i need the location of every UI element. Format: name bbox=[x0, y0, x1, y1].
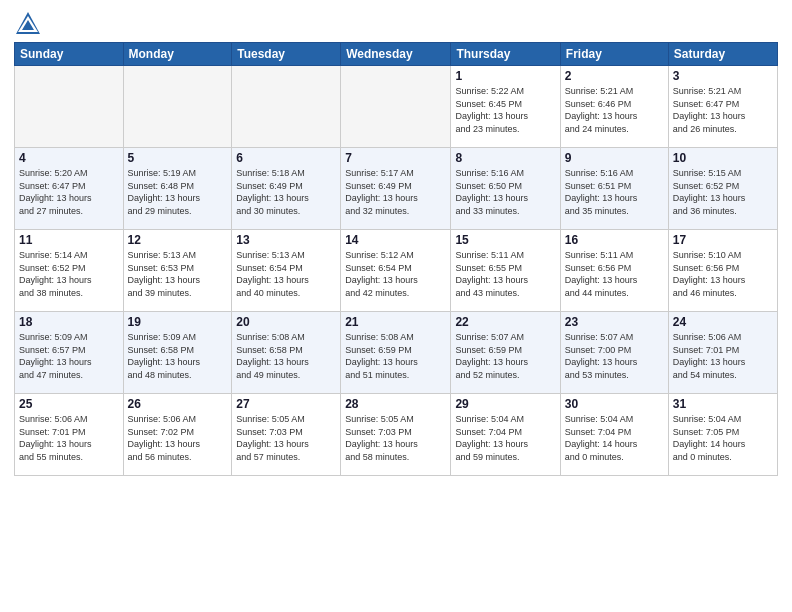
calendar-day: 22Sunrise: 5:07 AM Sunset: 6:59 PM Dayli… bbox=[451, 312, 560, 394]
calendar-body: 1Sunrise: 5:22 AM Sunset: 6:45 PM Daylig… bbox=[15, 66, 778, 476]
day-info: Sunrise: 5:15 AM Sunset: 6:52 PM Dayligh… bbox=[673, 167, 773, 217]
day-header-sunday: Sunday bbox=[15, 43, 124, 66]
day-number: 4 bbox=[19, 151, 119, 165]
day-header-monday: Monday bbox=[123, 43, 232, 66]
calendar-day: 28Sunrise: 5:05 AM Sunset: 7:03 PM Dayli… bbox=[341, 394, 451, 476]
calendar-day: 10Sunrise: 5:15 AM Sunset: 6:52 PM Dayli… bbox=[668, 148, 777, 230]
day-info: Sunrise: 5:16 AM Sunset: 6:50 PM Dayligh… bbox=[455, 167, 555, 217]
calendar-day: 30Sunrise: 5:04 AM Sunset: 7:04 PM Dayli… bbox=[560, 394, 668, 476]
day-info: Sunrise: 5:11 AM Sunset: 6:55 PM Dayligh… bbox=[455, 249, 555, 299]
day-header-thursday: Thursday bbox=[451, 43, 560, 66]
calendar-day: 7Sunrise: 5:17 AM Sunset: 6:49 PM Daylig… bbox=[341, 148, 451, 230]
calendar-day: 21Sunrise: 5:08 AM Sunset: 6:59 PM Dayli… bbox=[341, 312, 451, 394]
day-number: 9 bbox=[565, 151, 664, 165]
calendar-day bbox=[232, 66, 341, 148]
day-number: 17 bbox=[673, 233, 773, 247]
day-info: Sunrise: 5:21 AM Sunset: 6:47 PM Dayligh… bbox=[673, 85, 773, 135]
day-number: 21 bbox=[345, 315, 446, 329]
day-number: 18 bbox=[19, 315, 119, 329]
day-info: Sunrise: 5:05 AM Sunset: 7:03 PM Dayligh… bbox=[345, 413, 446, 463]
day-info: Sunrise: 5:17 AM Sunset: 6:49 PM Dayligh… bbox=[345, 167, 446, 217]
calendar-day: 2Sunrise: 5:21 AM Sunset: 6:46 PM Daylig… bbox=[560, 66, 668, 148]
calendar-day: 11Sunrise: 5:14 AM Sunset: 6:52 PM Dayli… bbox=[15, 230, 124, 312]
day-number: 7 bbox=[345, 151, 446, 165]
calendar-day: 8Sunrise: 5:16 AM Sunset: 6:50 PM Daylig… bbox=[451, 148, 560, 230]
day-info: Sunrise: 5:05 AM Sunset: 7:03 PM Dayligh… bbox=[236, 413, 336, 463]
calendar-day: 27Sunrise: 5:05 AM Sunset: 7:03 PM Dayli… bbox=[232, 394, 341, 476]
day-number: 25 bbox=[19, 397, 119, 411]
day-info: Sunrise: 5:19 AM Sunset: 6:48 PM Dayligh… bbox=[128, 167, 228, 217]
day-info: Sunrise: 5:11 AM Sunset: 6:56 PM Dayligh… bbox=[565, 249, 664, 299]
day-info: Sunrise: 5:21 AM Sunset: 6:46 PM Dayligh… bbox=[565, 85, 664, 135]
calendar-day bbox=[123, 66, 232, 148]
day-number: 11 bbox=[19, 233, 119, 247]
day-info: Sunrise: 5:12 AM Sunset: 6:54 PM Dayligh… bbox=[345, 249, 446, 299]
calendar-header: SundayMondayTuesdayWednesdayThursdayFrid… bbox=[15, 43, 778, 66]
page-container: SundayMondayTuesdayWednesdayThursdayFrid… bbox=[0, 0, 792, 612]
calendar-day: 5Sunrise: 5:19 AM Sunset: 6:48 PM Daylig… bbox=[123, 148, 232, 230]
calendar-day bbox=[15, 66, 124, 148]
calendar-day: 25Sunrise: 5:06 AM Sunset: 7:01 PM Dayli… bbox=[15, 394, 124, 476]
day-number: 27 bbox=[236, 397, 336, 411]
day-info: Sunrise: 5:04 AM Sunset: 7:05 PM Dayligh… bbox=[673, 413, 773, 463]
calendar-week-row: 4Sunrise: 5:20 AM Sunset: 6:47 PM Daylig… bbox=[15, 148, 778, 230]
day-info: Sunrise: 5:13 AM Sunset: 6:53 PM Dayligh… bbox=[128, 249, 228, 299]
day-info: Sunrise: 5:16 AM Sunset: 6:51 PM Dayligh… bbox=[565, 167, 664, 217]
calendar-day: 13Sunrise: 5:13 AM Sunset: 6:54 PM Dayli… bbox=[232, 230, 341, 312]
day-number: 10 bbox=[673, 151, 773, 165]
calendar-week-row: 25Sunrise: 5:06 AM Sunset: 7:01 PM Dayli… bbox=[15, 394, 778, 476]
day-info: Sunrise: 5:07 AM Sunset: 7:00 PM Dayligh… bbox=[565, 331, 664, 381]
days-of-week-row: SundayMondayTuesdayWednesdayThursdayFrid… bbox=[15, 43, 778, 66]
calendar-day: 4Sunrise: 5:20 AM Sunset: 6:47 PM Daylig… bbox=[15, 148, 124, 230]
day-number: 30 bbox=[565, 397, 664, 411]
day-info: Sunrise: 5:22 AM Sunset: 6:45 PM Dayligh… bbox=[455, 85, 555, 135]
day-info: Sunrise: 5:04 AM Sunset: 7:04 PM Dayligh… bbox=[455, 413, 555, 463]
day-number: 1 bbox=[455, 69, 555, 83]
day-number: 20 bbox=[236, 315, 336, 329]
day-number: 31 bbox=[673, 397, 773, 411]
calendar-day: 1Sunrise: 5:22 AM Sunset: 6:45 PM Daylig… bbox=[451, 66, 560, 148]
day-info: Sunrise: 5:09 AM Sunset: 6:58 PM Dayligh… bbox=[128, 331, 228, 381]
day-header-tuesday: Tuesday bbox=[232, 43, 341, 66]
day-info: Sunrise: 5:08 AM Sunset: 6:58 PM Dayligh… bbox=[236, 331, 336, 381]
day-info: Sunrise: 5:13 AM Sunset: 6:54 PM Dayligh… bbox=[236, 249, 336, 299]
day-number: 22 bbox=[455, 315, 555, 329]
day-number: 28 bbox=[345, 397, 446, 411]
day-number: 26 bbox=[128, 397, 228, 411]
calendar-day: 18Sunrise: 5:09 AM Sunset: 6:57 PM Dayli… bbox=[15, 312, 124, 394]
day-header-saturday: Saturday bbox=[668, 43, 777, 66]
day-number: 29 bbox=[455, 397, 555, 411]
day-header-wednesday: Wednesday bbox=[341, 43, 451, 66]
calendar-day: 26Sunrise: 5:06 AM Sunset: 7:02 PM Dayli… bbox=[123, 394, 232, 476]
day-info: Sunrise: 5:14 AM Sunset: 6:52 PM Dayligh… bbox=[19, 249, 119, 299]
calendar-day: 15Sunrise: 5:11 AM Sunset: 6:55 PM Dayli… bbox=[451, 230, 560, 312]
day-number: 15 bbox=[455, 233, 555, 247]
day-info: Sunrise: 5:10 AM Sunset: 6:56 PM Dayligh… bbox=[673, 249, 773, 299]
day-info: Sunrise: 5:06 AM Sunset: 7:02 PM Dayligh… bbox=[128, 413, 228, 463]
day-number: 2 bbox=[565, 69, 664, 83]
calendar-day: 9Sunrise: 5:16 AM Sunset: 6:51 PM Daylig… bbox=[560, 148, 668, 230]
day-number: 6 bbox=[236, 151, 336, 165]
calendar-day: 14Sunrise: 5:12 AM Sunset: 6:54 PM Dayli… bbox=[341, 230, 451, 312]
calendar-day: 19Sunrise: 5:09 AM Sunset: 6:58 PM Dayli… bbox=[123, 312, 232, 394]
calendar-day bbox=[341, 66, 451, 148]
calendar-day: 12Sunrise: 5:13 AM Sunset: 6:53 PM Dayli… bbox=[123, 230, 232, 312]
calendar-week-row: 18Sunrise: 5:09 AM Sunset: 6:57 PM Dayli… bbox=[15, 312, 778, 394]
day-number: 13 bbox=[236, 233, 336, 247]
day-info: Sunrise: 5:06 AM Sunset: 7:01 PM Dayligh… bbox=[19, 413, 119, 463]
calendar-week-row: 11Sunrise: 5:14 AM Sunset: 6:52 PM Dayli… bbox=[15, 230, 778, 312]
logo bbox=[14, 10, 46, 38]
day-number: 8 bbox=[455, 151, 555, 165]
day-info: Sunrise: 5:08 AM Sunset: 6:59 PM Dayligh… bbox=[345, 331, 446, 381]
calendar-day: 17Sunrise: 5:10 AM Sunset: 6:56 PM Dayli… bbox=[668, 230, 777, 312]
day-number: 14 bbox=[345, 233, 446, 247]
day-header-friday: Friday bbox=[560, 43, 668, 66]
day-number: 12 bbox=[128, 233, 228, 247]
calendar-day: 23Sunrise: 5:07 AM Sunset: 7:00 PM Dayli… bbox=[560, 312, 668, 394]
day-number: 19 bbox=[128, 315, 228, 329]
header bbox=[14, 10, 778, 38]
calendar-week-row: 1Sunrise: 5:22 AM Sunset: 6:45 PM Daylig… bbox=[15, 66, 778, 148]
day-number: 16 bbox=[565, 233, 664, 247]
day-info: Sunrise: 5:09 AM Sunset: 6:57 PM Dayligh… bbox=[19, 331, 119, 381]
calendar-day: 16Sunrise: 5:11 AM Sunset: 6:56 PM Dayli… bbox=[560, 230, 668, 312]
